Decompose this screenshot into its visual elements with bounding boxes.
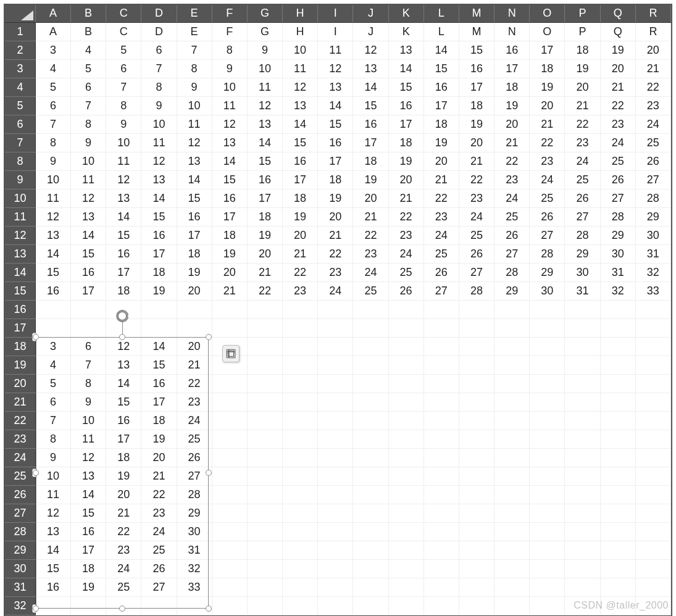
cell-R17[interactable] xyxy=(635,318,670,337)
cell-F25[interactable] xyxy=(212,467,247,485)
cell-G14[interactable]: 21 xyxy=(247,263,282,281)
cell-G12[interactable]: 19 xyxy=(247,226,282,244)
cell-K11[interactable]: 22 xyxy=(388,207,424,226)
cell-D13[interactable]: 17 xyxy=(141,244,177,263)
cell-P31[interactable] xyxy=(565,578,600,596)
cell-Q30[interactable] xyxy=(600,559,635,578)
cell-G9[interactable]: 16 xyxy=(247,170,282,189)
cell-K20[interactable] xyxy=(388,374,424,393)
row-header-22[interactable]: 22 xyxy=(5,411,35,430)
col-header-E[interactable]: E xyxy=(177,5,212,22)
cell-O20[interactable] xyxy=(530,374,565,393)
cell-C9[interactable]: 12 xyxy=(106,170,141,189)
cell-N8[interactable]: 22 xyxy=(494,152,530,170)
cell-H7[interactable]: 15 xyxy=(283,133,318,152)
cell-G25[interactable] xyxy=(247,467,282,485)
row-header-6[interactable]: 6 xyxy=(5,115,35,133)
cell-L13[interactable]: 25 xyxy=(424,244,459,263)
cell-J28[interactable] xyxy=(353,522,388,541)
cell-E19[interactable]: 21 xyxy=(177,356,212,374)
cell-G20[interactable] xyxy=(247,374,282,393)
cell-A24[interactable]: 9 xyxy=(35,448,70,467)
cell-Q28[interactable] xyxy=(600,522,635,541)
col-header-P[interactable]: P xyxy=(565,5,600,22)
cell-M24[interactable] xyxy=(459,448,494,467)
cell-B28[interactable]: 16 xyxy=(71,522,106,541)
cell-D32[interactable] xyxy=(141,596,177,615)
cell-A10[interactable]: 11 xyxy=(35,189,70,207)
cell-C28[interactable]: 22 xyxy=(106,522,141,541)
cell-L8[interactable]: 20 xyxy=(424,152,459,170)
cell-K25[interactable] xyxy=(388,467,424,485)
cell-R24[interactable] xyxy=(635,448,670,467)
cell-L16[interactable] xyxy=(424,300,459,318)
cell-I27[interactable] xyxy=(318,504,353,522)
cell-C1[interactable]: C xyxy=(106,22,141,41)
cell-E11[interactable]: 16 xyxy=(177,207,212,226)
cell-A18[interactable]: 3 xyxy=(35,337,70,356)
cell-Q19[interactable] xyxy=(600,356,635,374)
cell-D18[interactable]: 14 xyxy=(141,337,177,356)
cell-L17[interactable] xyxy=(424,318,459,337)
cell-I17[interactable] xyxy=(318,318,353,337)
cell-E3[interactable]: 8 xyxy=(177,59,212,78)
cell-J7[interactable]: 17 xyxy=(353,133,388,152)
col-header-K[interactable]: K xyxy=(388,5,424,22)
cell-H11[interactable]: 19 xyxy=(283,207,318,226)
col-header-A[interactable]: A xyxy=(35,5,70,22)
cell-I12[interactable]: 21 xyxy=(318,226,353,244)
cell-M23[interactable] xyxy=(459,430,494,448)
cell-F20[interactable] xyxy=(212,374,247,393)
cell-D14[interactable]: 18 xyxy=(141,263,177,281)
cell-N18[interactable] xyxy=(494,337,530,356)
cell-O24[interactable] xyxy=(530,448,565,467)
cell-N10[interactable]: 24 xyxy=(494,189,530,207)
cell-J18[interactable] xyxy=(353,337,388,356)
cell-H17[interactable] xyxy=(283,318,318,337)
cell-C21[interactable]: 15 xyxy=(106,393,141,411)
cell-M30[interactable] xyxy=(459,559,494,578)
cell-D29[interactable]: 25 xyxy=(141,541,177,559)
cell-J9[interactable]: 19 xyxy=(353,170,388,189)
cell-I5[interactable]: 14 xyxy=(318,96,353,115)
cell-L5[interactable]: 17 xyxy=(424,96,459,115)
cell-L6[interactable]: 18 xyxy=(424,115,459,133)
cell-M9[interactable]: 22 xyxy=(459,170,494,189)
cell-P3[interactable]: 19 xyxy=(565,59,600,78)
row-header-13[interactable]: 13 xyxy=(5,244,35,263)
cell-R16[interactable] xyxy=(635,300,670,318)
cell-O5[interactable]: 20 xyxy=(530,96,565,115)
cell-K14[interactable]: 25 xyxy=(388,263,424,281)
cell-Q9[interactable]: 26 xyxy=(600,170,635,189)
cell-R1[interactable]: R xyxy=(635,22,670,41)
cell-A14[interactable]: 15 xyxy=(35,263,70,281)
cell-B21[interactable]: 9 xyxy=(71,393,106,411)
cell-I19[interactable] xyxy=(318,356,353,374)
cell-J29[interactable] xyxy=(353,541,388,559)
resize-handle[interactable] xyxy=(33,470,39,476)
cell-F32[interactable] xyxy=(212,596,247,615)
cell-I22[interactable] xyxy=(318,411,353,430)
col-header-J[interactable]: J xyxy=(353,5,388,22)
cell-L18[interactable] xyxy=(424,337,459,356)
col-header-I[interactable]: I xyxy=(318,5,353,22)
cell-B13[interactable]: 15 xyxy=(71,244,106,263)
cell-P19[interactable] xyxy=(565,356,600,374)
row-header-21[interactable]: 21 xyxy=(5,393,35,411)
cell-C23[interactable]: 17 xyxy=(106,430,141,448)
cell-A23[interactable]: 8 xyxy=(35,430,70,448)
cell-A21[interactable]: 6 xyxy=(35,393,70,411)
cell-F22[interactable] xyxy=(212,411,247,430)
cell-G18[interactable] xyxy=(247,337,282,356)
cell-F2[interactable]: 8 xyxy=(212,41,247,59)
cell-P28[interactable] xyxy=(565,522,600,541)
cell-J11[interactable]: 21 xyxy=(353,207,388,226)
cell-O22[interactable] xyxy=(530,411,565,430)
cell-G7[interactable]: 14 xyxy=(247,133,282,152)
cell-J17[interactable] xyxy=(353,318,388,337)
cell-F16[interactable] xyxy=(212,300,247,318)
cell-G17[interactable] xyxy=(247,318,282,337)
cell-J23[interactable] xyxy=(353,430,388,448)
row-header-19[interactable]: 19 xyxy=(5,356,35,374)
cell-O32[interactable] xyxy=(530,596,565,615)
